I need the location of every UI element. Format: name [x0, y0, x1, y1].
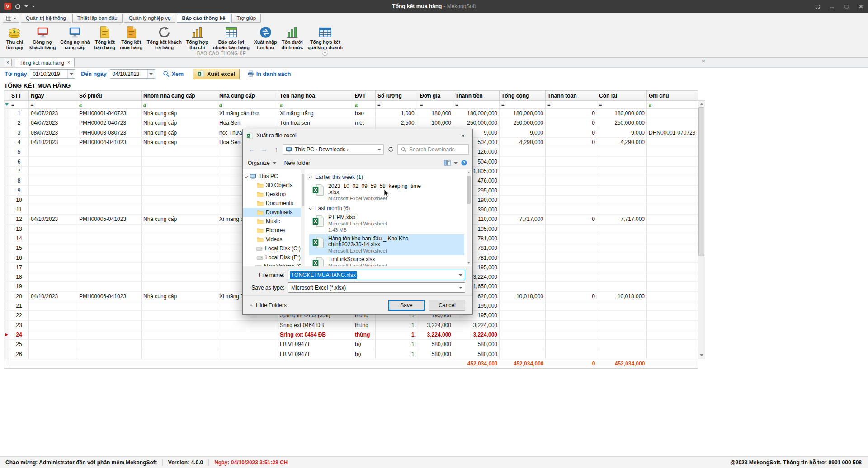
cell[interactable]: [597, 330, 647, 339]
column-header-ghi-ch[interactable]: Ghi chú: [647, 91, 698, 101]
cell[interactable]: [142, 282, 217, 291]
cell[interactable]: [647, 137, 698, 147]
cell[interactable]: [597, 253, 647, 262]
scrollbar-thumb[interactable]: [302, 174, 304, 206]
cell[interactable]: [142, 311, 217, 320]
cell[interactable]: 7,717,000: [597, 215, 647, 224]
cell[interactable]: 0: [546, 137, 597, 147]
cell[interactable]: 250,000,000: [453, 118, 500, 128]
fit-window-button[interactable]: [810, 0, 825, 13]
cell[interactable]: PMH00002-040723: [77, 118, 142, 128]
cell[interactable]: Nhà cung cấp: [142, 215, 217, 224]
cell[interactable]: [29, 166, 77, 176]
cell[interactable]: [647, 215, 698, 224]
cell[interactable]: [217, 330, 278, 339]
cell[interactable]: 10,018,000: [500, 291, 546, 301]
cell[interactable]: [647, 195, 698, 205]
column-header-c-n-l-i[interactable]: Còn lại: [597, 91, 647, 101]
breadcrumb-item-downloads[interactable]: Downloads: [318, 146, 346, 153]
tree-item-desktop[interactable]: Desktop: [243, 190, 301, 199]
cell[interactable]: [500, 282, 546, 291]
cell[interactable]: [546, 349, 597, 359]
cell[interactable]: LB VF0947T: [278, 340, 353, 349]
cell[interactable]: [597, 340, 647, 349]
cell[interactable]: Sring ext 0464 ĐB: [278, 320, 353, 330]
ribbon-collapse-button[interactable]: [322, 49, 328, 56]
cell[interactable]: [142, 205, 217, 214]
minimize-button[interactable]: [825, 0, 839, 13]
cell[interactable]: PMH00001-040723: [77, 109, 142, 118]
cell[interactable]: 580,000: [418, 340, 453, 349]
cell[interactable]: [77, 262, 142, 272]
cell[interactable]: [647, 243, 698, 253]
tree-scrollbar[interactable]: [301, 169, 305, 266]
cell[interactable]: [29, 330, 77, 339]
cell[interactable]: [77, 330, 142, 339]
cell[interactable]: 9: [9, 186, 29, 195]
cell[interactable]: [647, 166, 698, 176]
from-date-dropdown[interactable]: [67, 70, 75, 78]
file-item[interactable]: PT PM.xlsxMicrosoft Excel Worksheet1.43 …: [309, 213, 464, 234]
chevron-down-icon[interactable]: [454, 162, 458, 164]
column-header-vt[interactable]: ĐVT: [353, 91, 376, 101]
quick-access-button[interactable]: [15, 4, 20, 9]
breadcrumb-item-this-pc[interactable]: This PC: [294, 146, 315, 153]
cell[interactable]: [546, 340, 597, 349]
cell[interactable]: [77, 205, 142, 214]
tree-item-documents[interactable]: Documents: [243, 199, 301, 208]
close-tab-icon[interactable]: ×: [67, 60, 70, 65]
cell[interactable]: [597, 157, 647, 166]
cell[interactable]: [29, 176, 77, 186]
cell[interactable]: [29, 311, 77, 320]
close-button[interactable]: [854, 0, 868, 13]
cell[interactable]: [142, 253, 217, 262]
new-folder-button[interactable]: New folder: [284, 160, 310, 166]
cell[interactable]: [142, 186, 217, 195]
cell[interactable]: [29, 282, 77, 291]
cell[interactable]: 22: [9, 311, 29, 320]
up-button[interactable]: ↑: [271, 144, 282, 155]
cell[interactable]: 04/07/2023: [29, 109, 77, 118]
cell[interactable]: [500, 340, 546, 349]
cell[interactable]: [142, 272, 217, 282]
cell[interactable]: [500, 330, 546, 339]
cell[interactable]: 04/10/2023: [29, 137, 77, 147]
file-item[interactable]: TimLinkSource.xlsxMicrosoft Excel Worksh…: [309, 255, 464, 266]
tree-item-local-disk-e[interactable]: Local Disk (E:): [243, 253, 301, 262]
cell[interactable]: [500, 166, 546, 176]
scroll-down-icon[interactable]: [467, 262, 470, 264]
cell[interactable]: PMH00005-041023: [77, 215, 142, 224]
cell[interactable]: [29, 224, 77, 234]
cell[interactable]: 16: [9, 253, 29, 262]
cell[interactable]: 4: [9, 137, 29, 147]
dialog-close-button[interactable]: ×: [453, 129, 472, 142]
cell[interactable]: LB VF0947T: [278, 349, 353, 359]
tree-item-3d-objects[interactable]: 3D Objects: [243, 181, 301, 190]
cell[interactable]: [597, 272, 647, 282]
cell[interactable]: [597, 262, 647, 272]
scrollbar-thumb[interactable]: [467, 176, 471, 204]
cell[interactable]: 580,000: [453, 349, 500, 359]
filter-cell[interactable]: =: [500, 101, 546, 109]
cell[interactable]: [77, 147, 142, 157]
filter-cell[interactable]: a: [278, 101, 353, 109]
cell[interactable]: [29, 147, 77, 157]
tree-item-this-pc[interactable]: This PC: [243, 172, 301, 181]
tree-item-downloads[interactable]: Downloads: [243, 208, 301, 217]
cell[interactable]: [647, 186, 698, 195]
cell[interactable]: [142, 330, 217, 339]
cell[interactable]: 0: [546, 118, 597, 128]
filter-cell[interactable]: =: [29, 101, 77, 109]
column-header-s-phi-u[interactable]: Số phiếu: [77, 91, 142, 101]
filter-cell[interactable]: a: [217, 101, 278, 109]
cell[interactable]: [546, 205, 597, 214]
filter-cell[interactable]: =: [546, 101, 597, 109]
cell[interactable]: thùng: [353, 330, 376, 339]
ribbon-tab-b-o-c-o-th-ng-k[interactable]: Báo cáo thống kê: [177, 14, 230, 23]
cell[interactable]: [546, 272, 597, 282]
tree-item-videos[interactable]: Videos: [243, 235, 301, 244]
cell[interactable]: [77, 311, 142, 320]
cell[interactable]: 04/10/2023: [29, 291, 77, 301]
cell[interactable]: 18: [9, 272, 29, 282]
cell[interactable]: [647, 157, 698, 166]
